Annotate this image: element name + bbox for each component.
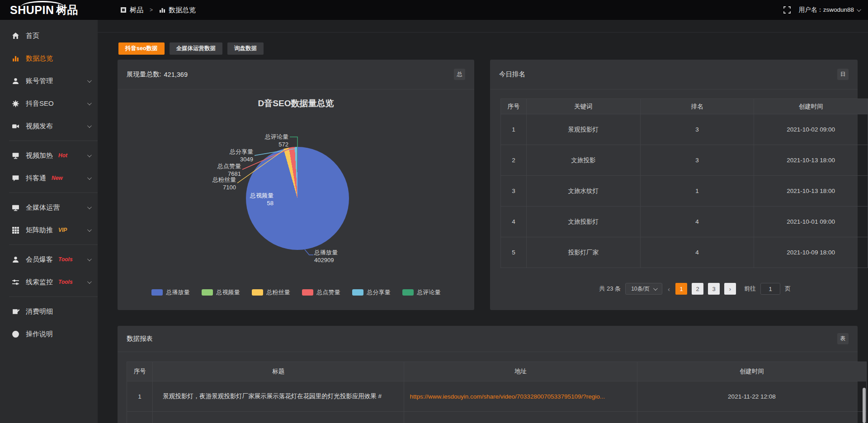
sidebar-item-home[interactable]: 首页 (0, 24, 98, 47)
goto-suffix: 页 (785, 285, 791, 293)
header-divider (98, 32, 868, 33)
app-square-icon (120, 7, 127, 13)
pie-label-likes: 总点赞量 7681 (200, 162, 241, 178)
sidebar-item-video-publish[interactable]: 视频发布 (0, 115, 98, 137)
legend-swatch (151, 289, 163, 296)
sidebar-item-matrix-boost[interactable]: 矩阵助推 VIP (0, 219, 98, 241)
legend-swatch (352, 289, 363, 296)
table-row: 1景观投影灯32021-10-02 09:00 (501, 114, 868, 145)
sidebar-divider (9, 141, 98, 141)
page-scrollbar-thumb[interactable] (863, 388, 866, 423)
pagination-total: 共 23 条 (599, 285, 621, 293)
impressions-panel: 展现量总数: 421,369 总 D音SEO数据量总览 总评论量 572 总分享… (118, 60, 474, 310)
logo-arc-icon (21, 1, 64, 7)
sidebar-item-help[interactable]: ? 操作说明 (0, 323, 98, 345)
impressions-total-value: 421,369 (164, 71, 188, 78)
gear-icon (12, 100, 19, 108)
prev-page-button[interactable]: ‹ (668, 285, 670, 293)
page-button-3[interactable]: 3 (708, 283, 720, 295)
report-panel-header: 数据报表 表 (118, 326, 858, 352)
tab-inquiry-data[interactable]: 询盘数据 (227, 42, 264, 55)
goto-page-input[interactable] (760, 283, 780, 295)
ranking-panel: 今日排名 日 序号 关键词 排名 创建时间 1景观投影灯32021-10-02 … (490, 60, 858, 310)
sidebar-item-member-burst[interactable]: 会员爆客 Tools (0, 248, 98, 271)
vip-badge: VIP (58, 227, 67, 233)
table-row: 4文旅投影灯42021-10-01 09:00 (501, 207, 868, 237)
tab-douyin-seo-data[interactable]: 抖音seo数据 (118, 42, 165, 55)
chevron-down-icon (857, 7, 861, 12)
goto-label: 前往 (744, 285, 756, 293)
col-index: 序号 (127, 362, 153, 381)
legend-swatch (202, 289, 213, 296)
chevron-down-icon (87, 78, 92, 83)
fullscreen-icon[interactable] (783, 6, 791, 14)
total-badge-button[interactable]: 总 (454, 69, 465, 80)
legend-item-videos[interactable]: 总视频量 (202, 288, 240, 296)
bar-chart-icon (12, 55, 19, 62)
day-badge-button[interactable]: 日 (837, 69, 849, 80)
ranking-table-header: 序号 关键词 排名 创建时间 (501, 99, 868, 114)
table-row (127, 412, 867, 423)
tools-badge: Tools (58, 256, 73, 263)
monitor-icon (12, 204, 19, 212)
sidebar: 首页 数据总览 账号管理 抖音SEO 视频发布 视频加热 Hot 抖客通 New… (0, 20, 98, 423)
page-button-2[interactable]: 2 (692, 283, 703, 295)
chevron-down-icon (87, 257, 92, 261)
member-icon (12, 256, 19, 263)
sidebar-item-lead-monitor[interactable]: 线索监控 Tools (0, 271, 98, 293)
report-panel: 数据报表 表 序号 标题 地址 创建时间 1 景观投影灯，夜游景观投影灯厂家展示… (118, 326, 858, 423)
legend-swatch (302, 289, 313, 296)
sidebar-item-spend-details[interactable]: 消费明细 (0, 300, 98, 323)
user-menu[interactable]: 用户名：zswodun88 (799, 6, 860, 14)
home-icon (12, 32, 19, 40)
ranking-panel-header: 今日排名 日 (490, 60, 858, 89)
data-tabs: 抖音seo数据 全媒体运营数据 询盘数据 (118, 42, 264, 55)
sidebar-divider (9, 244, 98, 245)
topbar-right: 用户名：zswodun88 (783, 6, 868, 14)
chevron-down-icon (87, 101, 92, 105)
chevron-down-icon (653, 286, 658, 291)
legend-item-shares[interactable]: 总分享量 (352, 288, 391, 296)
legend-item-comments[interactable]: 总评论量 (402, 288, 441, 296)
breadcrumb-separator: > (150, 7, 153, 13)
pie-label-comments: 总评论量 572 (248, 133, 288, 148)
sidebar-item-data-overview[interactable]: 数据总览 (0, 47, 98, 70)
grid-icon (12, 226, 19, 234)
breadcrumb-current[interactable]: 数据总览 (159, 6, 196, 14)
pie-label-shares: 总分享量 3049 (212, 148, 253, 163)
sidebar-item-omnimedia[interactable]: 全媒体运营 (0, 196, 98, 219)
breadcrumb-root[interactable]: 树品 (120, 6, 143, 14)
page-button-1[interactable]: 1 (675, 283, 687, 295)
col-created: 创建时间 (637, 362, 866, 381)
chevron-down-icon (87, 279, 92, 284)
legend-item-likes[interactable]: 总点赞量 (302, 288, 340, 296)
sidebar-divider (9, 193, 98, 193)
impressions-panel-header: 展现量总数: 421,369 总 (118, 60, 474, 89)
pie-label-videos: 总视频量 58 (233, 192, 274, 207)
pie-label-fans: 总粉丝量 7100 (195, 176, 236, 191)
col-keyword: 关键词 (526, 99, 640, 114)
sidebar-item-account[interactable]: 账号管理 (0, 70, 98, 92)
sidebar-item-video-heat[interactable]: 视频加热 Hot (0, 144, 98, 167)
report-row-link[interactable]: https://www.iesdouyin.com/share/video/70… (410, 393, 605, 400)
table-badge-button[interactable]: 表 (837, 333, 849, 344)
legend-item-plays[interactable]: 总播放量 (151, 288, 190, 296)
next-page-button[interactable]: › (724, 283, 736, 295)
chevron-down-icon (87, 123, 92, 128)
new-badge: New (52, 175, 63, 181)
col-created: 创建时间 (754, 99, 868, 114)
pagination: 共 23 条 10条/页 ‹ 1 2 3 › 前往 页 (599, 283, 791, 295)
legend-swatch (402, 289, 414, 296)
legend-item-fans[interactable]: 总粉丝量 (252, 288, 290, 296)
report-row-url-cell: https://www.iesdouyin.com/share/video/70… (404, 381, 637, 412)
sidebar-item-douyin-seo[interactable]: 抖音SEO (0, 92, 98, 115)
col-url: 地址 (404, 362, 637, 381)
sidebar-item-douketong[interactable]: 抖客通 New (0, 167, 98, 189)
top-header: SHUPIN 树品 树品 > 数据总览 用户名：zswodun88 (0, 0, 868, 20)
pie-label-plays: 总播放量 402909 (314, 249, 355, 264)
page-size-select[interactable]: 10条/页 (625, 283, 662, 295)
table-row: 1 景观投影灯，夜游景观投影灯厂家展示展示落花灯在花园里的灯光投影应用效果 # … (127, 381, 867, 412)
app-logo[interactable]: SHUPIN 树品 (0, 0, 98, 20)
report-panel-title: 数据报表 (127, 334, 153, 343)
tab-omnimedia-data[interactable]: 全媒体运营数据 (170, 42, 223, 55)
